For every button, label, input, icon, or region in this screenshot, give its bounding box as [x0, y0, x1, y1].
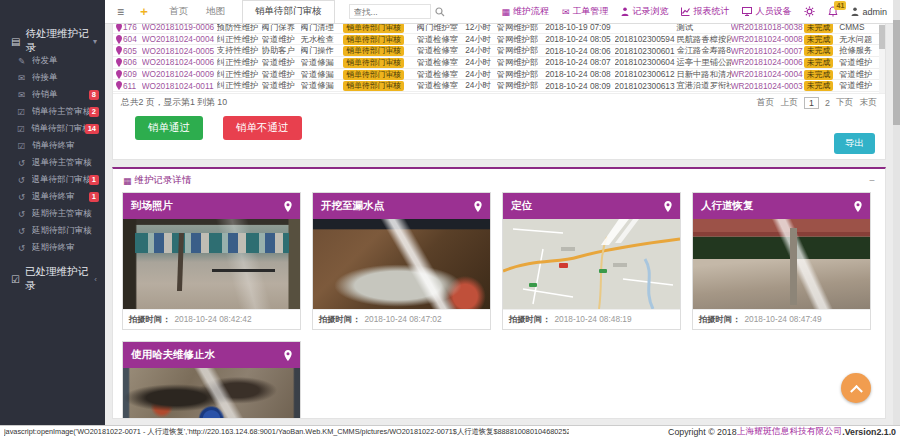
- search-icon[interactable]: [435, 7, 445, 17]
- return-circle-icon: ↺: [16, 243, 27, 253]
- user-menu[interactable]: admin: [851, 7, 887, 17]
- content-area: 176 WO20181019-0006 预防性维护 阀门保养 阀门清理 销单待部…: [105, 24, 893, 425]
- photo-card-header: 使用哈夫维修止水: [123, 342, 300, 368]
- menu-report-statistics[interactable]: 报表统计: [681, 5, 729, 18]
- photo-arrival[interactable]: [123, 219, 300, 309]
- page-first[interactable]: 首页: [757, 97, 775, 109]
- table-row[interactable]: 606 WO20181024-0006 纠正性维护 管道维护 管道修漏 销单待部…: [113, 57, 885, 69]
- workorder-link[interactable]: WO20181024-0004: [142, 34, 217, 44]
- check-square-icon: ☑: [16, 141, 27, 151]
- request-link[interactable]: WR20181018-0038: [731, 24, 804, 32]
- sidebar-item-close-supervisor-review[interactable]: ☑ 销单待主管审核 2: [0, 103, 105, 120]
- action-buttons: 销单通过 销单不通过: [113, 111, 885, 140]
- sidebar-item-delay-dept-review[interactable]: ↺ 延期待部门审核: [0, 222, 105, 239]
- status-badge: 销单待部门审核: [343, 58, 404, 68]
- scrollbar-thumb[interactable]: [893, 20, 900, 125]
- page-current[interactable]: 1: [804, 97, 819, 109]
- map-pin-icon: [116, 70, 122, 79]
- location-pin-icon[interactable]: [284, 201, 292, 212]
- tab-map[interactable]: 地图: [206, 5, 225, 18]
- export-button[interactable]: 导出: [834, 133, 875, 154]
- page-last[interactable]: 末页: [859, 97, 877, 109]
- table-scrollbar[interactable]: [879, 24, 885, 94]
- workorder-link[interactable]: WO20181024-0005: [142, 46, 217, 56]
- table-row[interactable]: 609 WO20181024-0009 纠正性维护 管道维护 管道修漏 销单待部…: [113, 69, 885, 81]
- panel-title: 维护记录详情: [135, 174, 192, 187]
- table-row[interactable]: 605 WO20181024-0005 支持性维护 协助客户 阀门操作 销单待部…: [113, 45, 885, 57]
- person-icon: [851, 7, 859, 16]
- checkbox-checked-icon: ☑: [11, 274, 20, 285]
- chevron-left-icon: ‹: [94, 275, 97, 284]
- reject-close-button[interactable]: 销单不通过: [223, 116, 302, 140]
- photo-card-footer: 拍摄时间： 2018-10-24 08:48:19: [503, 309, 680, 329]
- menu-record-browse[interactable]: 记录浏览: [621, 5, 668, 18]
- photo-sidewalk[interactable]: [693, 219, 870, 309]
- envelope-icon: ✉: [16, 73, 27, 83]
- sidebar-item-delay-supervisor-review[interactable]: ↺ 延期待主管审核: [0, 205, 105, 222]
- pagination-bar: 总共2 页，显示第1 到第 10 首页 上页 1 2 下页 末页: [113, 94, 885, 111]
- count-badge: 1: [89, 175, 99, 185]
- tab-close-dept-review[interactable]: 销单待部门审核: [242, 0, 335, 24]
- company-link[interactable]: 上海耀斑信息科技有限公司: [737, 426, 843, 438]
- sidebar-item-delay-final-review[interactable]: ↺ 延期待终审: [0, 239, 105, 256]
- workorder-link[interactable]: WO20181019-0006: [142, 24, 217, 32]
- sidebar-item-return-dept-review[interactable]: ↺ 退单待部门审核 1: [0, 171, 105, 188]
- photo-card-header: 开挖至漏水点: [313, 193, 490, 219]
- table-row[interactable]: 611 WO20181024-0011 纠正性维护 管道维护 管道修漏 销单待部…: [113, 80, 885, 92]
- sidebar-section-processed[interactable]: ☑ 已处理维护记录 ‹: [0, 268, 105, 290]
- map-pin-icon: [116, 81, 122, 90]
- notifications-bell-icon[interactable]: 41: [828, 6, 838, 17]
- sidebar-item-pending-close[interactable]: ✉ 待销单 8: [0, 86, 105, 103]
- settings-gear-icon[interactable]: [804, 6, 815, 17]
- status-bar: javascript:openImage('WO20181022-0071 - …: [0, 425, 900, 438]
- menu-maintenance-flow[interactable]: ▦ 维护流程: [501, 5, 549, 18]
- sidebar-item-close-dept-review[interactable]: ☑ 销单待部门审核 14: [0, 120, 105, 137]
- page-scrollbar[interactable]: [893, 0, 900, 425]
- request-link[interactable]: WR20181024-0006: [731, 57, 804, 67]
- table-row[interactable]: 604 WO20181024-0004 纠正性维护 管道维护 无水检查 销单待部…: [113, 34, 885, 46]
- sidebar-section-pending[interactable]: ▤ 待处理维护记录 ▾: [0, 30, 105, 52]
- menu-workorder-management[interactable]: ✉ 工单管理: [562, 5, 609, 18]
- table-row[interactable]: 176 WO20181019-0006 预防性维护 阀门保养 阀门清理 销单待部…: [113, 24, 885, 34]
- workorder-link[interactable]: WO20181024-0011: [142, 81, 217, 91]
- collapse-icon[interactable]: −: [869, 175, 875, 186]
- request-link[interactable]: WR20181024-0003: [731, 81, 804, 91]
- request-link[interactable]: WR20181024-0007: [731, 46, 804, 56]
- approve-close-button[interactable]: 销单通过: [135, 116, 203, 140]
- workorder-link[interactable]: WO20181024-0006: [142, 57, 217, 67]
- sidebar-item-return-final-review[interactable]: ↺ 退单待终审 1: [0, 188, 105, 205]
- page-2[interactable]: 2: [825, 98, 830, 108]
- location-pin-icon[interactable]: [664, 201, 672, 212]
- page-next[interactable]: 下页: [836, 97, 854, 109]
- check-square-icon: ☑: [16, 124, 26, 134]
- search-input[interactable]: [349, 4, 431, 19]
- return-circle-icon: ↺: [16, 192, 27, 202]
- photo-map[interactable]: [503, 219, 680, 309]
- request-link[interactable]: WR20181024-0004: [731, 69, 804, 79]
- notification-count-badge: 41: [834, 1, 846, 10]
- workorder-link[interactable]: WO20181024-0009: [142, 69, 217, 79]
- request-link[interactable]: WR20181024-0008: [731, 34, 804, 44]
- page-prev[interactable]: 上页: [780, 97, 798, 109]
- photo-detail: [177, 232, 184, 290]
- status-badge: 销单待部门审核: [343, 24, 404, 33]
- location-pin-icon[interactable]: [284, 350, 292, 361]
- location-pin-icon[interactable]: [854, 201, 862, 212]
- photo-excavation[interactable]: [313, 219, 490, 309]
- map-pin-icon: [116, 35, 122, 44]
- scroll-to-top-button[interactable]: [841, 373, 871, 403]
- location-pin-icon[interactable]: [474, 201, 482, 212]
- photo-repair[interactable]: [123, 368, 300, 419]
- top-navbar: ≡ ＋ 首页 地图 销单待部门审核 ▦ 维护流程 ✉ 工单管理 记录浏览: [105, 0, 893, 24]
- sidebar-item-pending-accept[interactable]: ✉ 待接单: [0, 69, 105, 86]
- photo-card-footer: 拍摄时间： 2018-10-24 08:42:42: [123, 309, 300, 329]
- hamburger-menu-icon[interactable]: ≡: [117, 5, 124, 19]
- count-badge: 14: [85, 124, 99, 134]
- sidebar-item-return-supervisor-review[interactable]: ↺ 退单待主管审核: [0, 154, 105, 171]
- return-circle-icon: ↺: [16, 209, 27, 219]
- sidebar-item-close-final-review[interactable]: ☑ 销单待终审: [0, 137, 105, 154]
- add-tab-icon[interactable]: ＋: [138, 3, 150, 20]
- tab-home[interactable]: 首页: [169, 5, 188, 18]
- status-badge: 销单待部门审核: [343, 70, 404, 80]
- menu-personnel-equipment[interactable]: 人员设备: [742, 5, 791, 18]
